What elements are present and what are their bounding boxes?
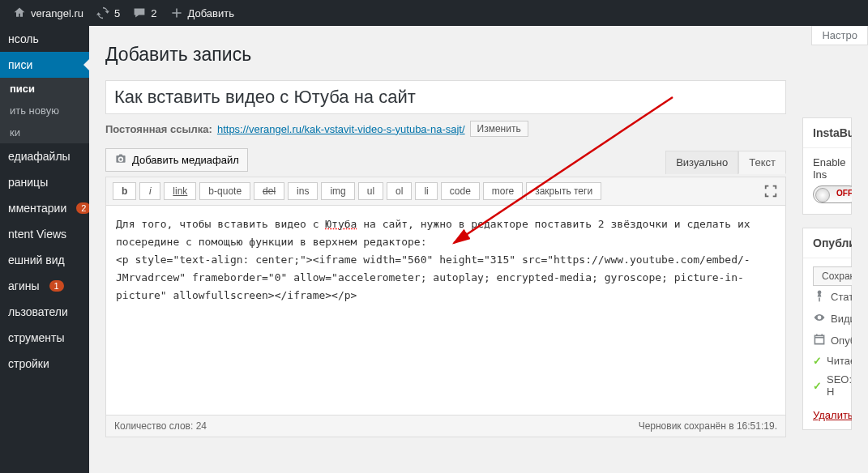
quicktag-ul[interactable]: ul — [358, 182, 383, 200]
add-new-label: Добавить — [188, 7, 234, 19]
instabuilder-title: InstaBuild — [803, 118, 851, 148]
eye-icon — [813, 311, 826, 326]
sidebar-item-0[interactable]: нсоль — [0, 26, 89, 52]
toggle-off-label: OFF — [836, 189, 852, 198]
quicktag-link[interactable]: link — [164, 182, 196, 200]
sidebar-item-label: едиафайлы — [8, 150, 71, 163]
sidebar-item-13[interactable]: стройки — [0, 351, 89, 377]
sidebar-item-10[interactable]: агины1 — [0, 273, 89, 299]
tab-text[interactable]: Текст — [738, 151, 786, 174]
sidebar-item-label: стройки — [8, 357, 49, 370]
instabuilder-box: InstaBuild Enable Ins OFF — [802, 117, 852, 215]
site-name: verangel.ru — [31, 7, 83, 19]
seo-icon: ✓ — [813, 380, 822, 392]
readability-label: Читаем — [827, 355, 852, 367]
calendar-icon — [813, 333, 826, 348]
publish-date-label: Опубл — [831, 335, 852, 347]
editor-statusbar: Количество слов: 24 Черновик сохранён в … — [105, 415, 786, 437]
refresh-icon — [96, 6, 109, 19]
quicktag-del[interactable]: del — [254, 182, 284, 200]
sidebar-item-1[interactable]: писи — [0, 52, 89, 78]
instabuilder-toggle[interactable]: OFF — [813, 185, 852, 203]
site-link[interactable]: verangel.ru — [6, 0, 90, 26]
sidebar-item-label: нсоль — [8, 32, 39, 45]
updates-link[interactable]: 5 — [90, 0, 126, 26]
quicktag-img[interactable]: img — [321, 182, 354, 200]
content-textarea[interactable]: Для того, чтобы вставить видео с Ютуба н… — [105, 205, 786, 415]
comments-count: 2 — [151, 7, 156, 19]
instabuilder-enable-label: Enable Ins — [813, 156, 841, 181]
badge-count: 2 — [76, 202, 89, 214]
sidebar-item-8[interactable]: ntent Views — [0, 221, 89, 247]
quicktag-code[interactable]: code — [441, 182, 480, 200]
sidebar-item-label: ешний вид — [8, 254, 65, 266]
fullscreen-icon[interactable] — [763, 183, 779, 199]
sidebar-item-6[interactable]: раницы — [0, 169, 89, 195]
quicktag-more[interactable]: more — [483, 182, 523, 200]
quicktags-toolbar: bilinkb-quotedelinsimgulollicodemoreзакр… — [105, 177, 786, 205]
pin-icon — [813, 289, 826, 305]
quicktag-li[interactable]: li — [415, 182, 437, 200]
sidebar-item-label: ить новую — [10, 104, 59, 117]
admin-toolbar: verangel.ru 5 2 Добавить — [0, 0, 868, 26]
publish-box: Опублико Сохранит Статус Видим — [802, 228, 852, 430]
spellcheck-highlight: Ютуба — [325, 218, 357, 230]
permalink-label: Постоянная ссылка: — [105, 123, 212, 135]
permalink-url[interactable]: https://verangel.ru/kak-vstavit-video-s-… — [217, 123, 465, 135]
sidebar-item-label: агины — [8, 279, 40, 292]
quicktag-i[interactable]: i — [139, 182, 160, 200]
sidebar-item-label: раницы — [8, 176, 48, 189]
status-label: Статус — [831, 291, 852, 303]
check-icon: ✓ — [813, 355, 822, 367]
sidebar-item-5[interactable]: едиафайлы — [0, 143, 89, 169]
quicktag-b[interactable]: b — [113, 182, 136, 200]
comment-icon — [133, 6, 146, 19]
publish-title: Опублико — [803, 228, 851, 258]
sidebar-item-label: ntent Views — [8, 228, 66, 241]
draft-saved-label: Черновик сохранён в 16:51:19. — [639, 420, 777, 432]
delete-link[interactable]: Удалить — [813, 409, 852, 421]
sidebar-item-label: писи — [8, 58, 32, 71]
badge-count: 1 — [49, 280, 64, 292]
sidebar-item-4[interactable]: ки — [0, 121, 89, 143]
post-title-wrap — [105, 80, 786, 114]
edit-permalink-button[interactable]: Изменить — [470, 121, 528, 137]
screen-options-tab[interactable]: Настро — [811, 26, 868, 45]
save-draft-button[interactable]: Сохранит — [813, 266, 852, 286]
main-content: Настро Добавить запись Постоянная ссылка… — [89, 26, 868, 473]
wordcount-label: Количество слов: — [114, 420, 193, 432]
plus-icon — [170, 6, 183, 19]
post-title-input[interactable] — [114, 83, 777, 111]
sidebar-item-7[interactable]: мментарии2 — [0, 195, 89, 221]
permalink-row: Постоянная ссылка: https://verangel.ru/k… — [105, 121, 786, 137]
camera-icon — [114, 152, 127, 168]
comments-link[interactable]: 2 — [126, 0, 163, 26]
add-media-button[interactable]: Добавить медиафайл — [105, 148, 248, 172]
page-title: Добавить запись — [105, 44, 852, 66]
add-media-label: Добавить медиафайл — [132, 154, 239, 166]
editor-wrap: Визуально Текст bilinkb-quotedelinsimgul… — [105, 177, 786, 437]
sidebar-item-label: мментарии — [8, 202, 66, 215]
seo-label: SEO: Н — [827, 373, 852, 398]
home-icon — [13, 6, 26, 19]
sidebar-item-label: струменты — [8, 331, 65, 344]
sidebar-item-3[interactable]: ить новую — [0, 100, 89, 121]
visibility-label: Видим — [831, 313, 852, 325]
sidebar-item-2[interactable]: писи — [0, 78, 89, 100]
updates-count: 5 — [114, 7, 120, 19]
quicktag-ol[interactable]: ol — [387, 182, 412, 200]
sidebar-item-9[interactable]: ешний вид — [0, 247, 89, 273]
quicktag-ins[interactable]: ins — [288, 182, 318, 200]
sidebar-item-12[interactable]: струменты — [0, 325, 89, 351]
add-new-link[interactable]: Добавить — [164, 0, 241, 26]
admin-sidebar: нсольписиписиить новуюкиедиафайлыраницым… — [0, 26, 89, 473]
tab-visual[interactable]: Визуально — [665, 151, 738, 174]
wordcount-value: 24 — [196, 420, 207, 432]
sidebar-item-label: льзователи — [8, 305, 68, 318]
sidebar-item-label: ки — [10, 126, 20, 138]
sidebar-item-label: писи — [10, 83, 35, 95]
quicktag-закрыть-теги[interactable]: закрыть теги — [526, 182, 601, 200]
sidebar-item-11[interactable]: льзователи — [0, 299, 89, 325]
quicktag-b-quote[interactable]: b-quote — [199, 182, 250, 200]
